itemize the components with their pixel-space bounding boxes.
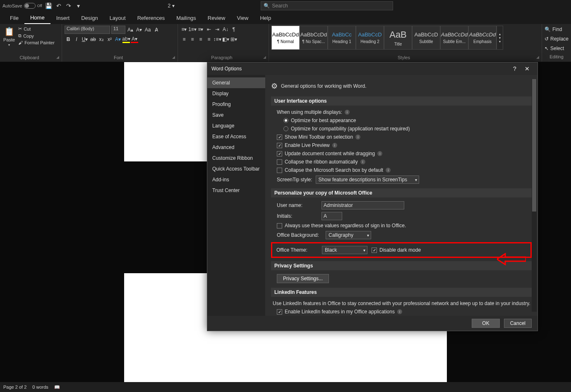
save-icon[interactable]: 💾 — [46, 2, 52, 9]
tab-insert[interactable]: Insert — [50, 12, 76, 24]
chk-always-use[interactable]: Always use these values regardless of si… — [271, 221, 532, 230]
scroll-thumb[interactable] — [532, 79, 536, 212]
style-item[interactable]: AaBbCcHeading 1 — [328, 26, 356, 50]
chk-disable-dark[interactable]: Disable dark mode — [372, 247, 421, 253]
help-icon[interactable]: ? — [509, 65, 521, 72]
background-dropdown[interactable]: Calligraphy — [326, 231, 371, 239]
nav-item-display[interactable]: Display — [207, 88, 265, 99]
nav-item-proofing[interactable]: Proofing — [207, 99, 265, 110]
copy-button[interactable]: ⧉Copy — [17, 33, 55, 39]
clear-format-icon[interactable]: A̷ — [153, 26, 160, 34]
style-item[interactable]: AaBbCcDd¶ No Spac... — [300, 26, 328, 50]
show-marks-icon[interactable]: ¶ — [230, 26, 238, 33]
undo-icon[interactable]: ↶ — [55, 2, 62, 9]
tab-view[interactable]: View — [231, 12, 254, 24]
tab-mailings[interactable]: Mailings — [170, 12, 202, 24]
info-icon[interactable]: i — [360, 159, 365, 164]
word-count[interactable]: 0 words — [32, 385, 48, 390]
bold-icon[interactable]: B — [65, 36, 72, 43]
align-center-icon[interactable]: ≡ — [189, 36, 196, 43]
style-item[interactable]: AaBTitle — [384, 26, 412, 50]
format-painter-button[interactable]: 🖌Format Painter — [17, 40, 55, 46]
text-effects-icon[interactable]: A▾ — [114, 36, 122, 43]
tab-help[interactable]: Help — [254, 12, 277, 24]
italic-icon[interactable]: I — [73, 36, 80, 43]
shading-icon[interactable]: ◧▾ — [222, 36, 229, 43]
nav-item-language[interactable]: Language — [207, 120, 265, 131]
align-left-icon[interactable]: ≡ — [180, 36, 188, 43]
font-name-combo[interactable]: Calibri (Body) — [65, 26, 110, 34]
font-color-icon[interactable]: A▾ — [131, 36, 138, 43]
style-item[interactable]: AaBbCcDSubtitle — [412, 26, 440, 50]
change-case-icon[interactable]: Aa — [144, 26, 151, 34]
chk-collapse-ribbon[interactable]: Collapse the ribbon automaticallyi — [271, 158, 532, 166]
info-icon[interactable]: i — [332, 143, 337, 148]
numbering-icon[interactable]: 1≡▾ — [189, 26, 196, 33]
style-item[interactable]: AaBbCcDd¶ Normal — [271, 26, 300, 50]
nav-item-add-ins[interactable]: Add-ins — [207, 174, 265, 185]
superscript-icon[interactable]: x² — [106, 36, 113, 43]
paste-button[interactable]: 📋 Paste ▾ — [2, 26, 16, 48]
strike-icon[interactable]: ab — [89, 36, 97, 43]
decrease-indent-icon[interactable]: ⇤ — [205, 26, 213, 33]
info-icon[interactable]: i — [377, 151, 382, 156]
dialog-launcher-icon[interactable]: ◢ — [536, 55, 539, 59]
search-input[interactable]: 🔍 Search — [261, 1, 393, 10]
cut-button[interactable]: ✂Cut — [17, 26, 55, 32]
radio-appearance[interactable]: Optimize for best appearance — [271, 116, 532, 125]
increase-indent-icon[interactable]: ⇥ — [214, 26, 221, 33]
multilevel-icon[interactable]: ≡▾ — [197, 26, 204, 33]
justify-icon[interactable]: ≡ — [205, 36, 213, 43]
chk-linkedin[interactable]: Enable LinkedIn features in my Office ap… — [271, 308, 532, 316]
chk-drag-update[interactable]: Update document content while draggingi — [271, 149, 532, 158]
autosave-toggle[interactable]: AutoSave Off — [2, 3, 42, 9]
chk-mini-toolbar[interactable]: Show Mini Toolbar on selectioni — [271, 133, 532, 141]
spellcheck-icon[interactable]: 📖 — [54, 385, 60, 390]
username-input[interactable] — [321, 201, 404, 209]
tab-design[interactable]: Design — [75, 12, 103, 24]
dialog-launcher-icon[interactable]: ◢ — [263, 55, 266, 59]
grow-font-icon[interactable]: A▴ — [127, 26, 134, 34]
content-scrollbar[interactable] — [532, 79, 537, 312]
nav-item-ease-of-access[interactable]: Ease of Access — [207, 131, 265, 142]
info-icon[interactable]: i — [386, 168, 391, 173]
styles-more-button[interactable]: ▴▾▾ — [497, 26, 503, 50]
find-button[interactable]: 🔍Find — [545, 26, 569, 33]
style-item[interactable]: AaBbCcDdSubtle Em... — [440, 26, 468, 50]
nav-item-trust-center[interactable]: Trust Center — [207, 185, 265, 196]
info-icon[interactable]: i — [355, 135, 360, 139]
replace-button[interactable]: ↺Replace — [545, 35, 569, 43]
tab-references[interactable]: References — [132, 12, 170, 24]
font-size-combo[interactable]: 11 — [111, 26, 125, 34]
privacy-settings-button[interactable]: Privacy Settings... — [277, 274, 329, 283]
underline-icon[interactable]: U▾ — [81, 36, 89, 43]
sort-icon[interactable]: A↓ — [222, 26, 229, 33]
tab-file[interactable]: File — [4, 12, 24, 24]
align-right-icon[interactable]: ≡ — [197, 36, 204, 43]
dialog-launcher-icon[interactable]: ◢ — [172, 55, 175, 59]
cancel-button[interactable]: Cancel — [504, 319, 532, 328]
nav-item-quick-access-toolbar[interactable]: Quick Access Toolbar — [207, 164, 265, 174]
line-spacing-icon[interactable]: ↕≡▾ — [214, 36, 221, 43]
tab-layout[interactable]: Layout — [104, 12, 132, 24]
info-icon[interactable]: i — [397, 309, 402, 314]
document-title[interactable]: 2 ▾ — [168, 3, 175, 9]
ok-button[interactable]: OK — [472, 319, 499, 328]
dialog-launcher-icon[interactable]: ◢ — [56, 55, 59, 59]
close-icon[interactable]: ✕ — [521, 65, 533, 72]
theme-dropdown[interactable]: Black — [322, 246, 367, 254]
style-item[interactable]: AaBbCcDHeading 2 — [356, 26, 384, 50]
select-button[interactable]: ↖Select — [545, 45, 569, 52]
shrink-font-icon[interactable]: A▾ — [135, 26, 143, 34]
screentip-dropdown[interactable]: Show feature descriptions in ScreenTips — [316, 176, 419, 184]
initials-input[interactable] — [321, 212, 342, 220]
redo-icon[interactable]: ↷ — [65, 2, 72, 9]
nav-item-advanced[interactable]: Advanced — [207, 142, 265, 153]
tab-review[interactable]: Review — [202, 12, 231, 24]
borders-icon[interactable]: ⊞▾ — [230, 36, 238, 43]
chk-live-preview[interactable]: Enable Live Previewi — [271, 141, 532, 149]
styles-gallery[interactable]: AaBbCcDd¶ NormalAaBbCcDd¶ No Spac...AaBb… — [271, 26, 539, 50]
bullets-icon[interactable]: ≡▾ — [180, 26, 188, 33]
style-item[interactable]: AaBbCcDdEmphasis — [468, 26, 497, 50]
nav-item-general[interactable]: General — [207, 77, 265, 88]
